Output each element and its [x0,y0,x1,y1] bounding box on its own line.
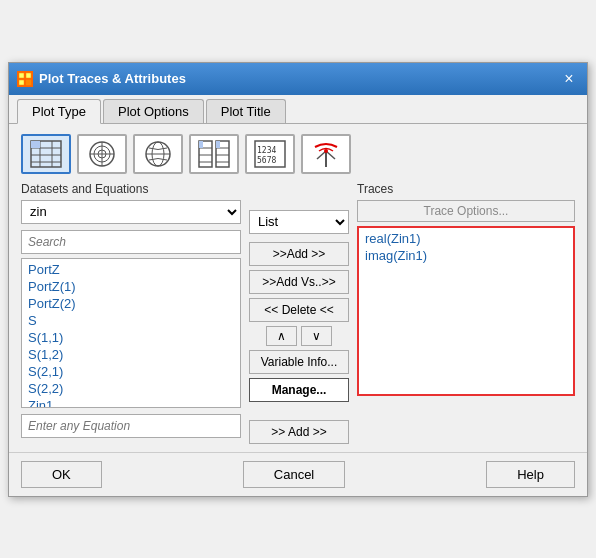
svg-text:5678: 5678 [257,156,276,165]
bottom-row: OK Cancel Help [9,452,587,496]
up-button[interactable]: ∧ [266,326,297,346]
app-icon [17,71,33,87]
traces-label: Traces [357,182,575,196]
traces-list: real(Zin1) imag(Zin1) [357,226,575,396]
delete-button[interactable]: << Delete << [249,298,349,322]
list-item[interactable]: PortZ(1) [22,278,240,295]
table-grid-icon-btn[interactable] [21,134,71,174]
title-bar: Plot Traces & Attributes × [9,63,587,95]
plot-type-icons: 1234 5678 [9,124,587,182]
list-item[interactable]: S(1,2) [22,346,240,363]
antenna-icon-btn[interactable] [301,134,351,174]
list-type-select[interactable]: List Array Matrix [249,210,349,234]
svg-rect-10 [31,141,40,148]
datasets-label: Datasets and Equations [21,182,241,196]
main-content: Datasets and Equations zin s11 s21 PortZ… [9,182,587,452]
help-button[interactable]: Help [486,461,575,488]
svg-rect-0 [19,73,24,78]
tab-bar: Plot Type Plot Options Plot Title [9,95,587,124]
list-item[interactable]: PortZ [22,261,240,278]
list-item[interactable]: S(2,2) [22,380,240,397]
list-item[interactable]: S(1,1) [22,329,240,346]
search-input[interactable] [21,230,241,254]
dataset-select[interactable]: zin s11 s21 [21,200,241,224]
svg-rect-1 [26,73,31,78]
list-item[interactable]: S [22,312,240,329]
svg-rect-27 [199,141,203,148]
svg-point-35 [324,149,328,153]
cancel-button[interactable]: Cancel [243,461,345,488]
dialog-window: Plot Traces & Attributes × Plot Type Plo… [8,62,588,497]
svg-text:1234: 1234 [257,146,276,155]
tab-plot-options[interactable]: Plot Options [103,99,204,123]
digits-icon-btn[interactable]: 1234 5678 [245,134,295,174]
tab-plot-type[interactable]: Plot Type [17,99,101,124]
manage-button[interactable]: Manage... [249,378,349,402]
svg-rect-28 [216,141,220,148]
equation-input[interactable] [21,414,241,438]
svg-rect-3 [26,80,31,85]
split-table-icon-btn[interactable] [189,134,239,174]
dataset-list: PortZ PortZ(1) PortZ(2) S S(1,1) S(1,2) … [21,258,241,408]
right-panel: Traces Trace Options... real(Zin1) imag(… [357,182,575,444]
globe-icon-btn[interactable] [133,134,183,174]
svg-rect-2 [19,80,24,85]
trace-item[interactable]: real(Zin1) [363,230,569,247]
trace-item[interactable]: imag(Zin1) [363,247,569,264]
dialog-title: Plot Traces & Attributes [39,71,186,86]
list-item[interactable]: S(2,1) [22,363,240,380]
eq-add-button[interactable]: >> Add >> [249,420,349,444]
title-bar-left: Plot Traces & Attributes [17,71,186,87]
add-button[interactable]: >>Add >> [249,242,349,266]
ok-button[interactable]: OK [21,461,102,488]
polar-icon-btn[interactable] [77,134,127,174]
left-panel: Datasets and Equations zin s11 s21 PortZ… [21,182,241,444]
dataset-dropdown-row: zin s11 s21 [21,200,241,224]
tab-plot-title[interactable]: Plot Title [206,99,286,123]
middle-panel: List Array Matrix >>Add >> >>Add Vs..>> … [249,182,349,444]
list-item[interactable]: PortZ(2) [22,295,240,312]
down-button[interactable]: ∨ [301,326,332,346]
variable-info-button[interactable]: Variable Info... [249,350,349,374]
trace-options-button[interactable]: Trace Options... [357,200,575,222]
list-item[interactable]: Zin1 [22,397,240,408]
arrow-row: ∧ ∨ [249,326,349,346]
add-vs-button[interactable]: >>Add Vs..>> [249,270,349,294]
close-button[interactable]: × [559,69,579,89]
